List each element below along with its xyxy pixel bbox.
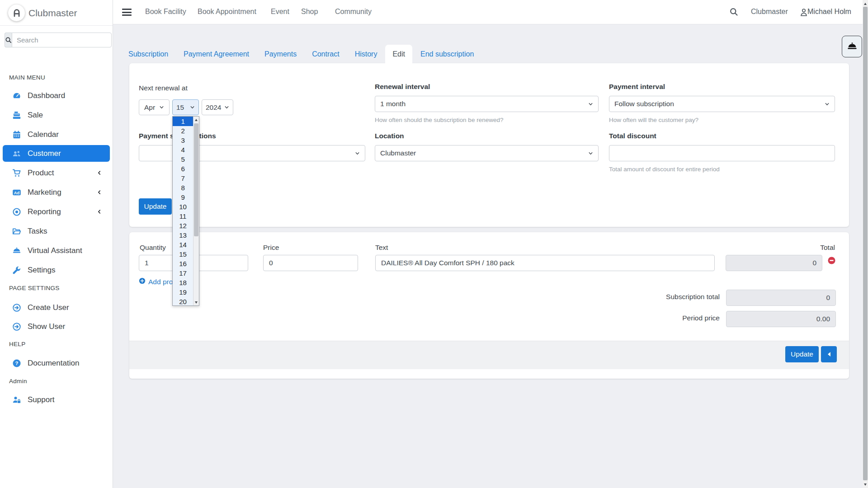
day-option[interactable]: 1	[173, 117, 193, 126]
section-main-menu: MAIN MENU	[9, 74, 45, 81]
sidebar-item-product[interactable]: Product	[3, 164, 110, 181]
chevron-down-icon	[588, 102, 593, 107]
nav-org-name[interactable]: Clubmaster	[751, 8, 788, 16]
update-button[interactable]: Update	[139, 198, 172, 215]
section-page-settings: PAGE SETTINGS	[9, 285, 60, 291]
nav-book-appointment[interactable]: Book Appointment	[198, 8, 256, 16]
sidebar-item-settings[interactable]: Settings	[3, 262, 110, 278]
search-input[interactable]	[12, 33, 112, 47]
day-option[interactable]: 19	[173, 287, 193, 297]
day-option[interactable]: 17	[173, 268, 193, 278]
calendar-icon	[12, 130, 22, 140]
row-total-field	[726, 255, 822, 271]
dropdown-scrollbar[interactable]	[193, 117, 199, 305]
day-option[interactable]: 7	[173, 174, 193, 183]
sidebar-item-dashboard[interactable]: Dashboard	[3, 87, 110, 104]
day-option[interactable]: 20	[173, 297, 193, 306]
day-option[interactable]: 9	[173, 192, 193, 202]
renewal-day-select[interactable]: 15	[172, 99, 199, 115]
day-option[interactable]: 3	[173, 136, 193, 145]
day-option[interactable]: 6	[173, 164, 193, 174]
payment-interval-select[interactable]: Follow subscription	[609, 96, 835, 112]
location-label: Location	[375, 132, 404, 140]
scroll-down-icon[interactable]	[193, 299, 199, 305]
day-option[interactable]: 16	[173, 259, 193, 268]
subscription-tabs: Subscription Payment Agreement Payments …	[121, 45, 481, 63]
sidebar-item-support[interactable]: Support	[3, 391, 110, 408]
sidebar-logo-row: Clubmaster	[0, 0, 113, 26]
hamburger-menu-icon[interactable]	[122, 9, 132, 16]
sidebar-item-create-user[interactable]: Create User	[3, 299, 110, 316]
period-price-label: Period price	[536, 314, 720, 322]
search-icon[interactable]	[729, 7, 738, 16]
chevron-down-icon	[825, 102, 830, 107]
nav-book-facility[interactable]: Book Facility	[145, 8, 186, 16]
nav-event[interactable]: Event	[271, 8, 289, 16]
location-select[interactable]: Clubmaster	[375, 145, 599, 161]
service-bell-icon	[12, 246, 22, 256]
renewal-year-select[interactable]: 2024	[202, 99, 233, 115]
update-button-bottom[interactable]: Update	[785, 346, 819, 362]
svg-text:?: ?	[15, 361, 19, 366]
renewal-interval-select[interactable]: 1 month	[375, 96, 599, 112]
plus-circle-icon	[139, 277, 146, 286]
sidebar-item-calendar[interactable]: Calendar	[3, 126, 110, 143]
day-option[interactable]: 15	[173, 249, 193, 259]
assistant-bell-button[interactable]	[842, 36, 862, 57]
clubmaster-logo-icon[interactable]	[8, 5, 25, 21]
tab-payments[interactable]: Payments	[257, 45, 304, 63]
day-option[interactable]: 13	[173, 230, 193, 240]
scroll-down-icon[interactable]	[863, 481, 868, 488]
period-price-field	[726, 311, 836, 327]
product-text-input[interactable]	[375, 255, 715, 271]
cart-icon	[12, 168, 22, 178]
day-option[interactable]: 12	[173, 221, 193, 230]
price-input[interactable]	[263, 255, 358, 271]
sidebar-item-reporting[interactable]: Reporting	[3, 203, 110, 220]
tab-end-subscription[interactable]: End subscription	[413, 45, 481, 63]
day-option[interactable]: 8	[173, 183, 193, 192]
users-icon	[12, 149, 22, 159]
day-option[interactable]: 4	[173, 145, 193, 155]
scroll-up-icon[interactable]	[193, 117, 199, 123]
ad-icon: Ad	[12, 188, 22, 197]
chevron-down-icon	[159, 105, 164, 110]
update-options-button[interactable]	[821, 346, 837, 362]
total-header: Total	[820, 244, 835, 252]
day-option[interactable]: 10	[173, 202, 193, 211]
sidebar-item-documentation[interactable]: ? Documentation	[3, 355, 110, 371]
sidebar-item-tasks[interactable]: Tasks	[3, 223, 110, 239]
remove-row-icon[interactable]	[828, 257, 835, 264]
sidebar-item-show-user[interactable]: Show User	[3, 318, 110, 335]
scroll-up-icon[interactable]	[863, 0, 868, 7]
nav-community[interactable]: Community	[335, 8, 372, 16]
total-discount-input[interactable]	[609, 145, 835, 161]
sidebar-item-customer[interactable]: Customer	[3, 145, 110, 162]
total-discount-help: Total amount of discount for entire peri…	[609, 166, 720, 173]
tab-history[interactable]: History	[348, 45, 385, 63]
sidebar-item-marketing[interactable]: Ad Marketing	[3, 184, 110, 201]
payment-interval-help: How often will the customer pay?	[609, 117, 698, 123]
nav-user-name[interactable]: Michael Holm	[807, 8, 851, 16]
dropdown-scroll-thumb[interactable]	[194, 123, 198, 236]
wrench-icon	[12, 265, 22, 275]
folder-open-icon	[12, 226, 22, 236]
nav-shop[interactable]: Shop	[301, 8, 318, 16]
day-option[interactable]: 18	[173, 278, 193, 287]
day-option[interactable]: 11	[173, 211, 193, 221]
tab-edit[interactable]: Edit	[385, 45, 412, 63]
page-scroll-thumb[interactable]	[863, 7, 868, 480]
tab-subscription[interactable]: Subscription	[121, 45, 175, 63]
subscription-total-label: Subscription total	[536, 293, 720, 301]
renewal-month-select[interactable]: Apr	[139, 99, 170, 115]
sidebar-item-virtual-assistant[interactable]: Virtual Assistant	[3, 242, 110, 259]
sidebar-item-sale[interactable]: Sale	[3, 107, 110, 123]
tab-contract[interactable]: Contract	[305, 45, 346, 63]
day-option[interactable]: 14	[173, 240, 193, 249]
day-option[interactable]: 2	[173, 126, 193, 136]
page-scrollbar[interactable]	[863, 0, 868, 488]
service-bell-icon	[847, 41, 858, 52]
tab-payment-agreement[interactable]: Payment Agreement	[176, 45, 256, 63]
day-option[interactable]: 5	[173, 155, 193, 164]
search-icon[interactable]	[5, 33, 12, 47]
